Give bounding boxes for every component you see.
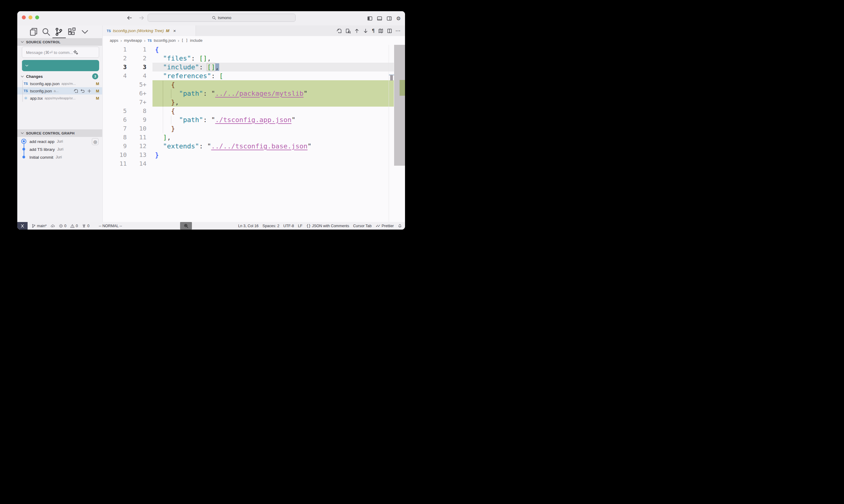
activity-source-control-icon[interactable] (54, 27, 63, 36)
change-row-tsconfig.app.json[interactable]: TStsconfig.app.jsonapps/m...M (17, 80, 102, 87)
discard-icon (80, 89, 85, 93)
status-item[interactable]: main* (32, 224, 47, 228)
toggle-primary-sidebar-icon[interactable] (367, 16, 373, 21)
commit-message-input[interactable]: Message (⌘⏎ to comm... (22, 47, 99, 58)
commit-message-placeholder: Message (⌘⏎ to comm... (26, 50, 73, 55)
new-line-number: 11 (127, 133, 147, 142)
scrollbar[interactable] (394, 45, 405, 166)
code-line[interactable]: 1013} (103, 150, 405, 159)
ts-file-icon: TS (23, 82, 28, 85)
navigate-back-icon[interactable] (126, 15, 133, 21)
status-item[interactable] (51, 224, 55, 228)
breadcrumb-item[interactable]: apps (110, 38, 118, 43)
breadcrumb-item[interactable]: tsconfig.json (154, 38, 175, 43)
split-editor-icon[interactable] (387, 28, 392, 34)
chevron-down-icon (20, 40, 24, 44)
status-item[interactable]: ✓✓Prettier (376, 223, 394, 228)
activity-search-icon[interactable] (41, 27, 51, 36)
status-item[interactable]: UTF-8 (283, 224, 294, 228)
change-row-app.tsx[interactable]: ⚛app.tsxapps/myviteapp/sr...M (17, 94, 102, 102)
change-row-tsconfig.json[interactable]: TStsconfig.jsona...M (17, 87, 102, 94)
breadcrumb-item[interactable]: myviteapp (124, 38, 142, 43)
title-bar: tsmono ⚙ (17, 11, 405, 25)
new-line-number: 14 (127, 159, 147, 168)
breadcrumb-item[interactable]: include (190, 38, 203, 43)
code-line[interactable]: 11{ (103, 45, 405, 54)
code-line[interactable]: 912 "extends": "../../tsconfig.base.json… (103, 142, 405, 150)
status-item[interactable]: 0 (70, 224, 78, 228)
chevdown-icon (25, 64, 29, 68)
toggle-map-icon[interactable] (378, 28, 383, 34)
source-control-header[interactable]: SOURCE CONTROL (17, 38, 102, 46)
activity-extensions-icon[interactable] (67, 27, 76, 36)
layoutL-icon (367, 16, 373, 21)
graph-title: SOURCE CONTROL GRAPH (26, 131, 74, 135)
commit-row[interactable]: Initial commitJuri (17, 153, 102, 161)
editor-toolbar: ¶··· (337, 25, 405, 36)
code-line[interactable]: 811 ], (103, 133, 405, 142)
tab-tsconfig-json[interactable]: TS tsconfig.json (Working Tree) M × (103, 25, 196, 36)
split-icon (387, 28, 392, 34)
chevron-down-icon (20, 131, 24, 135)
code-line[interactable]: 69 "path": "./tsconfig.app.json" (103, 115, 405, 124)
code-editor[interactable]: 11{22 "files": [],33 "include": [],44 "r… (103, 45, 405, 222)
source-control-graph-header[interactable]: SOURCE CONTROL GRAPH (17, 129, 102, 137)
new-line-number: 6+ (127, 89, 147, 98)
ellipsis-icon[interactable]: ··· (396, 29, 401, 33)
file-path: a... (54, 89, 58, 93)
code-line[interactable]: 710 } (103, 124, 405, 133)
map-icon (378, 28, 383, 34)
search-icon (212, 16, 216, 20)
goto-head-button[interactable]: ◎ (92, 138, 99, 145)
code-line[interactable]: 44 "references": [ (103, 71, 405, 80)
code-line[interactable]: 6+ "path": "../../packages/mytslib" (103, 89, 405, 98)
previous-change-icon[interactable] (354, 28, 360, 34)
pilcrow-icon[interactable]: ¶ (372, 28, 375, 34)
activity-explorer-icon[interactable] (29, 27, 38, 36)
remote-indicator[interactable] (17, 222, 28, 230)
code-line[interactable]: 33 "include": [], (103, 63, 405, 71)
file-path: apps/m... (62, 82, 76, 85)
next-change-icon[interactable] (363, 28, 368, 34)
status-item[interactable] (398, 224, 402, 228)
zoom-window-button[interactable] (35, 15, 39, 19)
status-item[interactable]: Ln 3, Col 16 (238, 224, 258, 228)
commit-dropdown-button[interactable] (22, 64, 31, 68)
commit-row[interactable]: add TS libraryJuri (17, 145, 102, 153)
code-line[interactable]: 58 { (103, 107, 405, 115)
activity-more-views-icon[interactable] (80, 27, 89, 36)
settings-gear-icon[interactable]: ⚙ (396, 15, 401, 21)
overview-diff-added-marker (400, 80, 405, 96)
chevron-down-icon (20, 74, 24, 78)
open-changes-icon[interactable] (337, 28, 342, 34)
code-line[interactable]: 22 "files": [], (103, 54, 405, 63)
close-window-button[interactable] (22, 15, 26, 19)
new-line-number: 1 (127, 45, 147, 54)
toggle-panel-icon[interactable] (377, 16, 382, 21)
remote-icon (20, 224, 24, 228)
code-line[interactable]: 7+ }, (103, 98, 405, 107)
commit-button[interactable]: Commit (22, 60, 99, 71)
commit-row[interactable]: add react appJuri (17, 138, 102, 145)
minimize-window-button[interactable] (29, 15, 32, 19)
commit-message: Initial commit (30, 155, 53, 160)
close-tab-icon[interactable]: × (173, 28, 176, 33)
code-line[interactable]: 5+ { (103, 80, 405, 89)
status-item[interactable]: Spaces: 2 (262, 224, 279, 228)
status-item[interactable]: -- NORMAL -- (99, 224, 122, 228)
old-line-number: 11 (103, 159, 127, 168)
status-item[interactable]: 0 (59, 224, 66, 228)
status-item[interactable]: LF (298, 224, 303, 228)
changes-header[interactable]: Changes 3 (17, 73, 102, 80)
status-item[interactable]: {}JSON with Comments (306, 224, 349, 228)
status-item[interactable]: Cursor Tab (353, 224, 372, 228)
navigate-forward-icon[interactable] (139, 15, 144, 21)
status-item[interactable]: 0 (82, 224, 89, 228)
new-line-number: 10 (127, 124, 147, 133)
sparkle-icon[interactable] (73, 50, 78, 55)
command-center-search[interactable]: tsmono (148, 14, 296, 22)
code-line[interactable]: 1114 (103, 159, 405, 168)
inline-view-icon[interactable] (345, 28, 351, 34)
toggle-secondary-sidebar-icon[interactable] (386, 16, 392, 21)
old-line-number: 4 (103, 71, 127, 80)
